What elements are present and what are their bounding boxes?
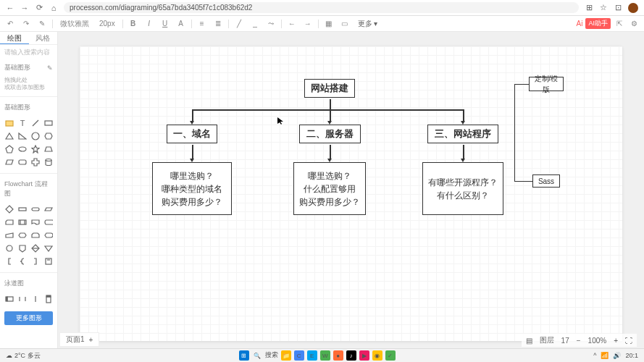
folder-icon[interactable] — [4, 118, 14, 128]
rtriangle-icon[interactable] — [17, 131, 28, 141]
image-icon[interactable]: ▭ — [339, 18, 351, 30]
rect-icon[interactable] — [43, 118, 54, 128]
pencil-icon[interactable]: ✎ — [47, 64, 53, 72]
reload-icon[interactable]: ⟳ — [35, 4, 43, 12]
bracket-left-icon[interactable] — [4, 256, 14, 266]
arrow-start-icon[interactable]: ← — [286, 18, 298, 30]
clock[interactable]: 20:1 — [625, 352, 638, 359]
pentagon-icon[interactable] — [4, 144, 14, 154]
section-basic2[interactable]: 基础图形 — [0, 100, 57, 115]
more-shapes-button[interactable]: 更多图形 — [4, 311, 53, 325]
storeddata-icon[interactable] — [43, 217, 54, 227]
text-icon[interactable]: T — [17, 118, 28, 128]
connector-icon[interactable]: ⤳ — [265, 18, 277, 30]
extension-icon[interactable]: ⊡ — [614, 4, 622, 12]
task-app9[interactable]: ✓ — [385, 350, 396, 361]
avatar[interactable] — [628, 3, 638, 13]
tray-icon[interactable]: ^ — [593, 352, 596, 359]
share-icon[interactable]: ⇱ — [614, 18, 625, 30]
document-icon[interactable] — [30, 217, 41, 227]
home-icon[interactable]: ⌂ — [49, 4, 58, 12]
node-sass[interactable]: Sass — [532, 174, 560, 188]
ai-badge[interactable]: AI助手 — [585, 18, 611, 29]
fill-icon[interactable]: ▦ — [323, 18, 335, 30]
url-bar[interactable]: processon.com/diagraming/65a7bda3405f7c1… — [64, 2, 579, 13]
node-domain[interactable]: 一、域名 — [167, 125, 217, 143]
install-icon[interactable]: ⊞ — [585, 4, 593, 12]
manualinput-icon[interactable] — [4, 230, 14, 240]
brace-icon[interactable] — [17, 256, 28, 266]
trapezoid-icon[interactable] — [43, 144, 54, 154]
section-swimlane[interactable]: 泳道图 — [0, 276, 57, 291]
node-template[interactable]: 定制/模版 — [529, 77, 564, 91]
triangle-icon[interactable] — [4, 131, 14, 141]
sep-icon[interactable] — [30, 294, 41, 304]
sort-icon[interactable] — [30, 243, 41, 253]
search-label[interactable]: 搜索 — [265, 350, 278, 361]
line-shape-icon[interactable] — [30, 118, 41, 128]
loop-icon[interactable] — [30, 230, 41, 240]
pool-h-icon[interactable] — [4, 294, 14, 304]
subprocess-icon[interactable] — [17, 217, 28, 227]
node-root[interactable]: 网站搭建 — [304, 79, 355, 98]
cylinder-icon[interactable] — [43, 157, 54, 167]
node-domain-detail[interactable]: 哪里选购？ 哪种类型的域名 购买费用多少？ — [152, 162, 232, 215]
task-app8[interactable]: ◉ — [372, 350, 382, 361]
offpage-icon[interactable] — [17, 243, 28, 253]
bold-icon[interactable]: B — [127, 18, 139, 30]
settings-icon[interactable]: ⚙ — [628, 18, 640, 30]
forward-icon[interactable]: → — [20, 4, 29, 12]
search-input[interactable]: 请输入搜索内容 — [0, 45, 57, 60]
connector-circle-icon[interactable] — [4, 243, 14, 253]
lane-icon[interactable] — [17, 294, 28, 304]
note-icon[interactable] — [43, 256, 54, 266]
zoom-level[interactable]: 100% — [588, 337, 607, 345]
circle-icon[interactable] — [30, 131, 41, 141]
size-select[interactable]: 20px — [96, 20, 118, 28]
search-taskbar[interactable]: 🔍 — [252, 350, 262, 361]
volume-icon[interactable]: 🔊 — [613, 352, 621, 359]
back-icon[interactable]: ← — [6, 4, 14, 12]
page-name[interactable]: 页面1 — [66, 334, 85, 345]
tab-style[interactable]: 风格 — [29, 32, 58, 44]
redo-icon[interactable]: ↷ — [20, 18, 32, 30]
section-flowchart[interactable]: Flowchart 流程图 — [0, 177, 57, 201]
cross-icon[interactable] — [30, 157, 41, 167]
diamond-icon[interactable] — [4, 204, 14, 214]
task-app2[interactable]: C — [294, 350, 304, 361]
add-page-icon[interactable]: + — [89, 336, 93, 344]
start-icon[interactable]: ⊞ — [239, 350, 249, 361]
data-icon[interactable] — [43, 204, 54, 214]
node-program-detail[interactable]: 有哪些开源程序？ 有什么区别？ — [422, 162, 503, 215]
tab-shapes[interactable]: 绘图 — [0, 32, 29, 44]
hexagon-icon[interactable] — [43, 131, 54, 141]
layer-icon[interactable]: ▤ — [526, 337, 532, 345]
roundrect-icon[interactable] — [17, 157, 28, 167]
valign-icon[interactable]: ≣ — [212, 18, 224, 30]
terminator-icon[interactable] — [30, 204, 41, 214]
node-server-detail[interactable]: 哪里选购？ 什么配置够用 购买费用多少？ — [293, 162, 366, 215]
task-app7[interactable]: ▶ — [359, 350, 369, 361]
zoom-out-icon[interactable]: − — [577, 337, 581, 345]
fullscreen-icon[interactable]: ⛶ — [625, 337, 632, 345]
align-icon[interactable]: ≡ — [196, 18, 208, 30]
more-dropdown[interactable]: 更多 ▾ — [355, 19, 381, 29]
paper[interactable]: 网站搭建 一、域名 二、服务器 三、网站程序 哪里选 — [80, 46, 622, 341]
line-icon[interactable]: ╱ — [233, 18, 245, 30]
undo-icon[interactable]: ↶ — [4, 18, 16, 30]
wifi-icon[interactable]: 📶 — [601, 352, 609, 359]
italic-icon[interactable]: I — [143, 18, 155, 30]
task-app3[interactable]: E — [307, 350, 317, 361]
node-program[interactable]: 三、网站程序 — [427, 125, 498, 143]
brush-icon[interactable]: ✎ — [36, 18, 48, 30]
star-icon[interactable]: ☆ — [599, 4, 608, 12]
merge-icon[interactable] — [43, 243, 54, 253]
pool-v-icon[interactable] — [43, 294, 54, 304]
font-color-icon[interactable]: A — [175, 18, 187, 30]
bracket-right-icon[interactable] — [30, 256, 41, 266]
task-app5[interactable]: ● — [333, 350, 343, 361]
underline-icon[interactable]: U — [159, 18, 171, 30]
weather[interactable]: ☁2°C多云 — [6, 351, 41, 361]
process-icon[interactable] — [17, 204, 28, 214]
preparation-icon[interactable] — [17, 230, 28, 240]
